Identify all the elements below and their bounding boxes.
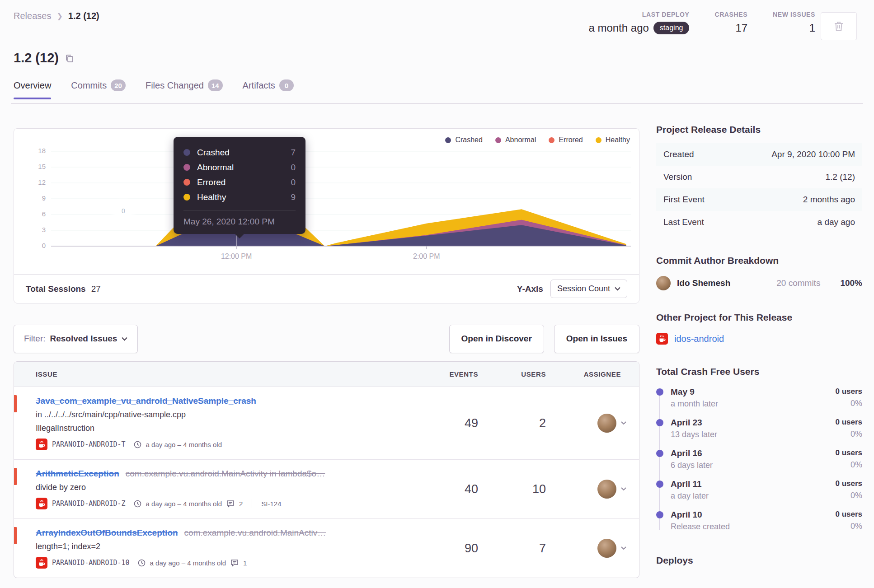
release-stats: LAST DEPLOY a month ago staging CRASHES … xyxy=(588,11,815,34)
assignee-cell[interactable] xyxy=(558,387,639,459)
column-assignee: ASSIGNEE xyxy=(558,370,639,378)
issue-row[interactable]: Java_com_example_vu_android_NativeSample… xyxy=(14,387,639,460)
assignee-cell[interactable] xyxy=(558,519,639,578)
y-axis-tick: 3 xyxy=(16,226,46,233)
commit-author-row: Ido Shemesh 20 commits 100% xyxy=(656,276,862,290)
total-sessions-label: Total Sessions xyxy=(26,284,86,294)
legend-dot-icon xyxy=(596,137,601,143)
tab-count-badge: 20 xyxy=(111,79,126,91)
timeline-dot-icon xyxy=(656,481,663,488)
issue-title-link[interactable]: ArithmeticException xyxy=(36,469,119,478)
total-sessions-value: 27 xyxy=(91,284,101,294)
issue-level-indicator xyxy=(14,527,17,544)
issue-age: a day ago – 4 months old xyxy=(150,559,226,567)
clock-icon xyxy=(134,441,141,448)
tab-overview[interactable]: Overview xyxy=(14,79,51,99)
chevron-down-icon xyxy=(122,337,127,341)
tooltip-timestamp: May 26, 2020 12:00 PM xyxy=(183,210,296,227)
crash-free-heading: Total Crash Free Users xyxy=(656,366,862,377)
issues-filter-select[interactable]: Filter: Resolved Issues xyxy=(14,325,138,353)
java-project-icon xyxy=(36,557,47,569)
crash-free-item: May 9 a month later 0 users 0% xyxy=(656,387,862,409)
java-project-icon xyxy=(656,333,668,345)
issue-events-count: 49 xyxy=(422,387,490,459)
tooltip-row-abnormal: Abnormal0 xyxy=(183,160,296,175)
tab-commits[interactable]: Commits20 xyxy=(71,79,126,99)
detail-row-version: Version1.2 (12) xyxy=(656,166,862,188)
issue-culprit: com.example.vu.android.MainActivity in l… xyxy=(126,469,325,478)
issue-events-count: 90 xyxy=(422,519,490,578)
breadcrumb-releases-link[interactable]: Releases xyxy=(14,11,51,21)
crash-free-percent: 0% xyxy=(835,491,862,500)
open-in-issues-button[interactable]: Open in Issues xyxy=(554,325,639,353)
author-commit-count: 20 commits xyxy=(776,278,820,288)
legend-item-errored[interactable]: Errored xyxy=(549,136,583,144)
issue-title-link[interactable]: Java_com_example_vu_android_NativeSample… xyxy=(36,396,256,406)
issue-users-count: 7 xyxy=(490,519,558,578)
breadcrumb-current: 1.2 (12) xyxy=(68,11,99,21)
issue-events-count: 40 xyxy=(422,460,490,518)
copy-icon[interactable] xyxy=(65,54,74,63)
legend-item-crashed[interactable]: Crashed xyxy=(445,136,482,144)
series-dot-icon xyxy=(183,164,190,171)
author-percent: 100% xyxy=(840,278,862,288)
series-dot-icon xyxy=(183,194,190,201)
crash-free-users: 0 users xyxy=(835,510,862,519)
chart-footer: Total Sessions 27 Y-Axis Session Count xyxy=(14,274,639,303)
zero-value-annotation: 0 xyxy=(114,202,132,220)
issues-filter-bar: Filter: Resolved Issues Open in Discover… xyxy=(14,324,639,353)
y-axis-tick: 15 xyxy=(16,163,46,170)
assignee-cell[interactable] xyxy=(558,460,639,518)
crash-free-sub: a month later xyxy=(671,399,718,409)
legend-dot-icon xyxy=(549,137,554,143)
sessions-area-chart[interactable] xyxy=(51,148,631,256)
crash-free-percent: 0% xyxy=(835,522,862,531)
issue-message: divide by zero xyxy=(36,483,418,492)
issues-table: ISSUE EVENTS USERS ASSIGNEE Java_com_exa… xyxy=(14,361,639,578)
crash-free-item: April 11 a day later 0 users 0% xyxy=(656,479,862,501)
clock-icon xyxy=(134,500,141,508)
avatar xyxy=(656,276,671,290)
timeline-dot-icon xyxy=(656,511,663,518)
avatar xyxy=(597,480,616,499)
issue-title-link[interactable]: ArrayIndexOutOfBoundsException xyxy=(36,528,178,537)
tooltip-row-crashed: Crashed7 xyxy=(183,145,296,160)
y-axis-tick: 0 xyxy=(16,242,46,249)
y-axis-tick: 12 xyxy=(16,178,46,186)
breadcrumb: Releases ❯ 1.2 (12) xyxy=(14,11,99,21)
issue-message: length=1; index=2 xyxy=(36,542,418,551)
sessions-chart-card: CrashedAbnormalErroredHealthy 0369121518… xyxy=(14,128,639,303)
delete-release-button[interactable] xyxy=(821,12,857,40)
column-events: EVENTS xyxy=(422,370,490,378)
issue-row[interactable]: ArrayIndexOutOfBoundsExceptioncom.exampl… xyxy=(14,519,639,578)
timeline-dot-icon xyxy=(656,450,663,457)
crash-free-users: 0 users xyxy=(835,418,862,427)
details-heading: Project Release Details xyxy=(656,124,862,135)
release-tabs: Overview Commits20 Files Changed14 Artif… xyxy=(14,79,294,99)
crash-free-users: 0 users xyxy=(835,479,862,488)
new-issues-value: 1 xyxy=(773,22,815,34)
stat-last-deploy: LAST DEPLOY a month ago staging xyxy=(588,11,689,34)
issue-row[interactable]: ArithmeticExceptioncom.example.vu.androi… xyxy=(14,460,639,519)
tab-files-changed[interactable]: Files Changed14 xyxy=(146,79,223,99)
y-axis-tick: 9 xyxy=(16,194,46,202)
series-dot-icon xyxy=(183,149,190,156)
detail-row-created: CreatedApr 9, 2020 10:00 PM xyxy=(656,143,862,166)
open-in-discover-button[interactable]: Open in Discover xyxy=(449,325,544,353)
release-sidebar: Project Release Details CreatedApr 9, 20… xyxy=(656,124,862,566)
other-project-link[interactable]: idos-android xyxy=(674,334,724,344)
java-project-icon xyxy=(36,498,47,509)
tab-artifacts[interactable]: Artifacts0 xyxy=(243,79,294,99)
project-slug: PARANOID-ANDROID-T xyxy=(52,440,126,448)
issue-culprit: com.example.vu.android.MainActiv… xyxy=(184,528,326,537)
comment-count: 1 xyxy=(243,559,247,567)
legend-item-healthy[interactable]: Healthy xyxy=(596,136,630,144)
issue-users-count: 2 xyxy=(490,387,558,459)
legend-item-abnormal[interactable]: Abnormal xyxy=(495,136,536,144)
yaxis-select[interactable]: Session Count xyxy=(550,280,627,298)
crash-free-timeline: May 9 a month later 0 users 0% April 23 … xyxy=(656,387,862,532)
y-axis-tick: 18 xyxy=(16,147,46,154)
issue-message: IllegalInstruction xyxy=(36,424,418,433)
deploys-heading: Deploys xyxy=(656,555,862,566)
column-issue: ISSUE xyxy=(14,370,422,378)
